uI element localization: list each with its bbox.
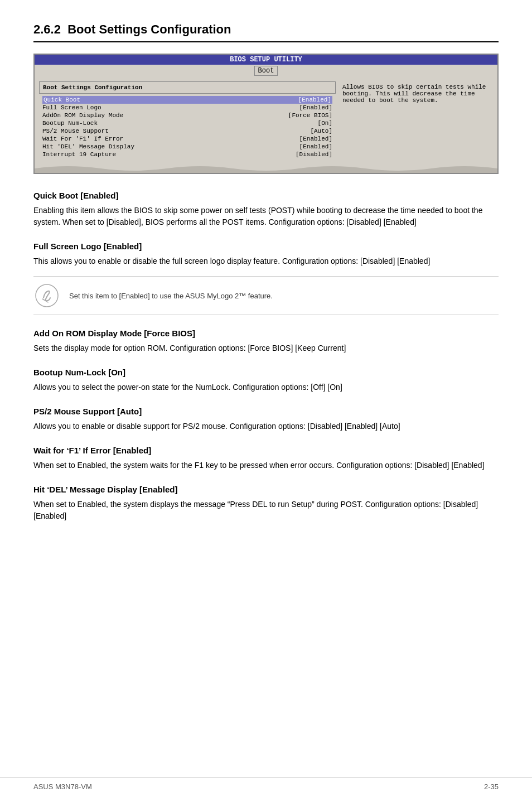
bios-row: PS/2 Mouse Support[Auto] (42, 127, 332, 135)
bios-titlebar: BIOS SETUP UTILITY (35, 55, 497, 65)
bios-title: BIOS SETUP UTILITY (230, 56, 302, 64)
bios-row-value: [Enabled] (299, 104, 332, 111)
bios-left-panel: Boot Settings Configuration Quick Boot[E… (39, 81, 336, 158)
bios-section-title: Boot Settings Configuration (39, 81, 336, 94)
bios-row-label: Wait For 'F1' If Error (42, 136, 123, 142)
section-heading: PS/2 Mouse Support [Auto] (33, 407, 499, 416)
section-body: When set to Enabled, the system displays… (33, 499, 499, 522)
page-title: 2.6.2 Boot Settings Configuration (33, 22, 499, 42)
bios-row: Bootup Num-Lock[On] (42, 119, 332, 127)
section-heading: Wait for ‘F1’ If Error [Enabled] (33, 446, 499, 455)
section-heading: Bootup Num-Lock [On] (33, 368, 499, 377)
bios-row-label: Interrupt 19 Capture (42, 151, 116, 158)
section-heading: Quick Boot [Enabled] (33, 191, 499, 200)
section-body: When set to Enabled, the system waits fo… (33, 460, 499, 471)
bios-row: AddOn ROM Display Mode[Force BIOS] (42, 112, 332, 119)
bios-row-value: [Enabled] (299, 136, 332, 142)
section-body: Allows you to select the power-on state … (33, 381, 499, 393)
section-title-text: Boot Settings Configuration (67, 22, 231, 36)
page-footer: ASUS M3N78-VM 2-35 (0, 777, 532, 791)
bios-row: Hit 'DEL' Message Display[Enabled] (42, 143, 332, 151)
note-box: Set this item to [Enabled] to use the AS… (33, 276, 499, 315)
bios-row-value: [Enabled] (299, 143, 332, 150)
bios-tabbar: Boot (35, 65, 497, 77)
bios-row-label: Hit 'DEL' Message Display (42, 143, 134, 150)
section-heading: Add On ROM Display Mode [Force BIOS] (33, 328, 499, 338)
bios-options-table: Quick Boot[Enabled]Full Screen Logo[Enab… (39, 96, 336, 158)
sections-container: Quick Boot [Enabled]Enabling this item a… (33, 191, 499, 522)
bios-row-label: PS/2 Mouse Support (42, 128, 109, 134)
section-body: Sets the display mode for option ROM. Co… (33, 342, 499, 354)
bios-screenshot: BIOS SETUP UTILITY Boot Boot Settings Co… (33, 54, 499, 174)
section-heading: Full Screen Logo [Enabled] (33, 241, 499, 251)
section-body: This allows you to enable or disable the… (33, 255, 499, 267)
section-body: Enabling this item allows the BIOS to sk… (33, 205, 499, 228)
bios-wave-decoration (35, 163, 497, 173)
bios-row: Full Screen Logo[Enabled] (42, 104, 332, 112)
section-heading: Hit ‘DEL’ Message Display [Enabled] (33, 485, 499, 494)
bios-row-value: [On] (318, 120, 332, 127)
svg-point-0 (36, 284, 58, 307)
bios-row-value: [Disabled] (296, 151, 332, 158)
bios-row-label: Quick Boot (43, 96, 80, 103)
footer-right: 2-35 (484, 782, 499, 791)
bios-row: Wait For 'F1' If Error[Enabled] (42, 135, 332, 143)
note-icon (33, 282, 60, 309)
bios-content: Boot Settings Configuration Quick Boot[E… (35, 77, 497, 163)
bios-right-panel: Allows BIOS to skip certain tests while … (340, 81, 493, 158)
bios-row: Interrupt 19 Capture[Disabled] (42, 151, 332, 158)
bios-row-value: [Auto] (310, 128, 332, 134)
footer-left: ASUS M3N78-VM (33, 782, 92, 791)
bios-row-label: Bootup Num-Lock (42, 120, 98, 127)
section-number: 2.6.2 (33, 22, 61, 36)
bios-row-value: [Enabled] (298, 96, 331, 103)
section-body: Allows you to enable or disable support … (33, 421, 499, 432)
bios-row-label: AddOn ROM Display Mode (42, 112, 123, 119)
bios-row: Quick Boot[Enabled] (42, 96, 332, 104)
note-text: Set this item to [Enabled] to use the AS… (69, 292, 273, 300)
bios-tab-boot: Boot (254, 66, 278, 76)
bios-row-label: Full Screen Logo (42, 104, 101, 111)
bios-row-value: [Force BIOS] (288, 112, 332, 119)
